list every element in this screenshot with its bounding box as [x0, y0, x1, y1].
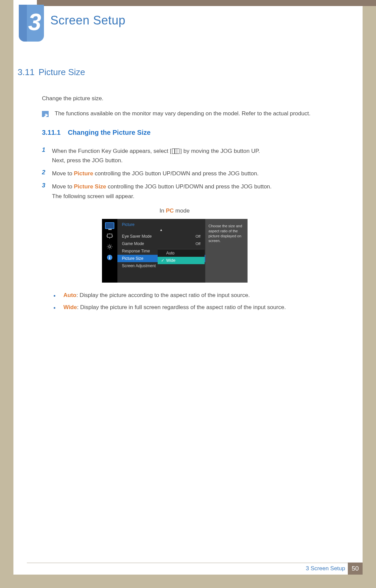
osd-option-auto: Auto [158, 249, 205, 257]
section-heading: 3.11 Picture Size [13, 67, 336, 77]
section-number: 3.11 [13, 67, 39, 77]
section-title: Picture Size [39, 67, 85, 77]
osd-row-value: Off [196, 234, 200, 238]
step-3: 3 Move to Picture Size controlling the J… [42, 182, 336, 201]
osd-row-value: Off [196, 242, 200, 246]
settings-icon [105, 243, 114, 250]
top-bar [37, 0, 376, 6]
osd-option-label: Auto [166, 251, 175, 255]
step-body: Move to Picture Size controlling the JOG… [49, 182, 272, 201]
up-arrow-icon: ▲ [117, 228, 205, 232]
osd-header: Picture [117, 222, 205, 227]
bullet-dot-icon [54, 295, 55, 297]
osd-row-game-mode: Game Mode Off [117, 240, 205, 247]
note: The functions available on the monitor m… [42, 110, 336, 117]
note-icon [42, 111, 49, 117]
mode-caption: In PC mode [13, 208, 336, 214]
bullet-desc: : Display the picture in full screen reg… [77, 304, 286, 310]
keyword-picture-size: Picture Size [74, 183, 106, 190]
osd-row-label: Game Mode [122, 241, 144, 246]
step-text: Move to [52, 170, 74, 177]
osd: Picture ▲ Eye Saver Mode Off Game Mode O… [102, 219, 248, 283]
step-text: Move to [52, 183, 74, 190]
step-number: 3 [42, 182, 49, 189]
step-body: Move to Picture controlling the JOG butt… [49, 169, 259, 179]
step-2: 2 Move to Picture controlling the JOG bu… [42, 169, 336, 179]
footer: 3 Screen Setup 50 [13, 563, 363, 575]
display-icon [105, 232, 114, 240]
bullet-text: Auto: Display the picture according to t… [63, 292, 250, 299]
chapter-title: Screen Setup [50, 13, 125, 27]
footer-page-number: 50 [348, 563, 363, 575]
osd-row-label: Screen Adjustment [122, 263, 156, 268]
mode-keyword: PC [166, 208, 174, 214]
keyword-picture: Picture [74, 170, 93, 177]
osd-help-panel: Choose the size and aspect ratio of the … [205, 219, 248, 283]
footer-divider [27, 563, 363, 563]
step-text: controlling the JOG button UP/DOWN and p… [106, 183, 272, 190]
picture-icon [105, 222, 114, 229]
bullet-keyword: Auto [63, 292, 76, 298]
svg-rect-4 [109, 256, 110, 256]
menu-icon [172, 149, 179, 154]
chapter-number: 3 [28, 9, 41, 36]
bullet-auto: Auto: Display the picture according to t… [54, 292, 336, 299]
osd-option-label: Wide [166, 258, 175, 263]
chapter-badge: 3 [19, 5, 44, 42]
osd-main-panel: Picture ▲ Eye Saver Mode Off Game Mode O… [117, 219, 205, 283]
step-text: ] by moving the JOG button UP. [180, 148, 260, 154]
osd-row-label: Picture Size [122, 256, 144, 261]
bullet-dot-icon [54, 307, 55, 309]
steps-list: 1 When the Function Key Guide appears, s… [42, 146, 336, 201]
osd-popup: Auto ✓ Wide [158, 249, 205, 264]
osd-left-icons [102, 219, 117, 283]
content: 3.11 Picture Size Change the picture siz… [13, 67, 363, 316]
step-text: controlling the JOG button UP/DOWN and p… [93, 170, 259, 177]
osd-row-label: Response Time [122, 249, 150, 253]
bullet-desc: : Display the picture according to the a… [76, 292, 250, 298]
step-text: The following screen will appear. [52, 193, 135, 199]
step-number: 1 [42, 146, 49, 154]
step-text: Next, press the JOG button. [52, 157, 123, 164]
svg-rect-3 [109, 257, 110, 259]
footer-label: 3 Screen Setup [306, 565, 345, 572]
subsection-number: 3.11.1 [42, 129, 61, 136]
mode-prefix: In [160, 208, 166, 214]
subsection-title: Changing the Picture Size [68, 129, 151, 136]
chapter-badge-shade [19, 5, 27, 42]
step-number: 2 [42, 169, 49, 176]
bullets: Auto: Display the picture according to t… [54, 292, 336, 311]
svg-point-1 [109, 246, 111, 248]
checkmark-icon: ✓ [161, 258, 165, 263]
osd-row-label: Eye Saver Mode [122, 234, 152, 239]
osd-option-wide: ✓ Wide [158, 257, 205, 264]
osd-row-eye-saver: Eye Saver Mode Off [117, 233, 205, 240]
section-intro: Change the picture size. [42, 94, 336, 103]
bullet-keyword: Wide [63, 304, 77, 310]
step-1: 1 When the Function Key Guide appears, s… [42, 146, 336, 166]
note-text: The functions available on the monitor m… [55, 110, 311, 117]
mode-suffix: mode [174, 208, 190, 214]
subsection-heading: 3.11.1 Changing the Picture Size [42, 129, 336, 136]
step-body: When the Function Key Guide appears, sel… [49, 146, 260, 166]
svg-rect-0 [107, 234, 112, 237]
bullet-text: Wide: Display the picture in full screen… [63, 304, 286, 311]
info-icon [105, 254, 114, 261]
page: 3 Screen Setup 3.11 Picture Size Change … [13, 0, 363, 575]
step-text: When the Function Key Guide appears, sel… [52, 148, 171, 154]
bullet-wide: Wide: Display the picture in full screen… [54, 304, 336, 311]
osd-screenshot: Picture ▲ Eye Saver Mode Off Game Mode O… [13, 219, 336, 283]
